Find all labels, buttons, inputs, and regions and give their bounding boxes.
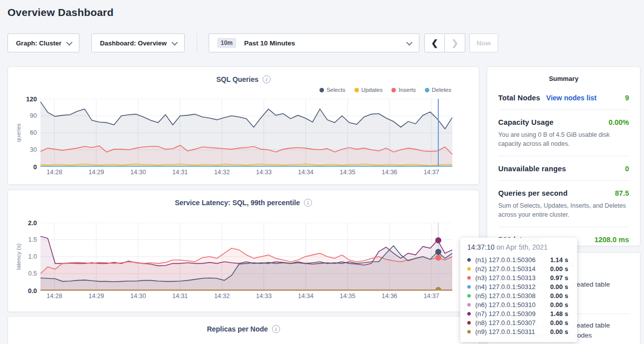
summary-panel: Summary Total NodesView nodes list9Capac…	[487, 66, 641, 246]
tooltip-node-value: 0.00 s	[550, 283, 568, 291]
dashboard-dropdown[interactable]: Dashboard: Overview	[91, 33, 185, 52]
tooltip-rows: (n1) 127.0.0.1:503061.14 s(n2) 127.0.0.1…	[467, 255, 570, 336]
summary-row: Total NodesView nodes list9	[498, 85, 629, 110]
y-tick-label: 90	[8, 112, 37, 119]
y-tick-label: 30	[8, 146, 37, 153]
view-nodes-list-link[interactable]: View nodes list	[546, 94, 597, 102]
sql-queries-card: SQL Queriesi SelectsUpdatesInsertsDelete…	[7, 66, 479, 185]
legend-dot-icon	[425, 88, 429, 92]
chevron-down-icon	[66, 39, 73, 45]
replicas-per-node-title-text: Replicas per Node	[207, 325, 268, 333]
node-dot-icon	[467, 294, 471, 298]
legend-label: Selects	[326, 87, 345, 93]
node-dot-icon	[467, 258, 471, 262]
x-tick-label: 14:35	[340, 169, 355, 176]
x-tick-label: 14:37	[423, 169, 439, 176]
service-latency-card: Service Latency: SQL, 99th percentilei l…	[7, 190, 479, 312]
x-tick-label: 14:34	[298, 293, 314, 300]
time-range-badge: 10m	[217, 38, 236, 48]
y-tick-label: 60	[8, 129, 37, 136]
time-range-selector[interactable]: 10m Past 10 Minutes	[209, 33, 419, 52]
summary-row: Unavailable ranges0	[498, 156, 629, 181]
tooltip-node-value: 0.00 s	[550, 265, 568, 273]
y-axis: 2.01.51.00.50.0	[8, 223, 37, 291]
x-tick-label: 14:28	[46, 169, 62, 176]
node-dot-icon	[467, 303, 471, 307]
y-tick-label: 0	[8, 163, 37, 171]
x-tick-label: 14:29	[88, 169, 104, 176]
time-range-label: Past 10 Minutes	[244, 39, 406, 47]
x-tick-label: 14:30	[130, 169, 146, 176]
graph-dropdown[interactable]: Graph: Cluster	[7, 33, 79, 52]
y-tick-label: 0.5	[8, 270, 37, 277]
legend-item-inserts[interactable]: Inserts	[391, 87, 416, 93]
legend-dot-icon	[391, 88, 396, 92]
tooltip-node-label: (n9) 127.0.0.1:50311	[475, 328, 550, 336]
summary-label: Queries per second	[498, 189, 568, 197]
node-dot-icon	[467, 330, 471, 334]
toolbar-divider	[197, 33, 197, 53]
summary-label: Capacity Usage	[498, 118, 554, 126]
info-icon[interactable]: i	[263, 75, 271, 83]
x-tick-label: 14:32	[214, 169, 230, 176]
tooltip-timestamp: 14:37:10 on Apr 5th, 2021	[467, 243, 570, 251]
dashboard-dropdown-label: Dashboard: Overview	[100, 39, 167, 47]
legend-dot-icon	[320, 88, 324, 92]
graph-dropdown-label: Graph: Cluster	[16, 39, 61, 47]
y-tick-label: 120	[8, 95, 37, 103]
chevron-down-icon	[171, 39, 178, 45]
node-dot-icon	[467, 276, 471, 280]
tooltip-node-value: 0.00 s	[550, 292, 568, 300]
summary-value: 9	[625, 94, 629, 102]
node-dot-icon	[467, 321, 471, 325]
x-tick-label: 14:33	[256, 169, 272, 176]
legend-item-selects[interactable]: Selects	[320, 87, 345, 93]
summary-value: 1208.0 ms	[595, 236, 629, 244]
summary-value: 87.5	[615, 189, 629, 197]
x-tick-label: 14:33	[256, 293, 272, 300]
info-icon[interactable]: i	[304, 199, 312, 207]
time-next-button[interactable]: ❯	[445, 33, 465, 52]
time-prev-button[interactable]: ❮	[424, 33, 445, 52]
sql-queries-plot[interactable]	[40, 99, 452, 167]
summary-label: Unavailable ranges	[498, 165, 566, 173]
tooltip-row: (n2) 127.0.0.1:503140.00 s	[467, 264, 570, 273]
legend-label: Updates	[361, 87, 383, 93]
summary-row: Queries per second87.5Sum of Selects, Up…	[498, 181, 629, 227]
x-tick-label: 14:37	[423, 293, 439, 300]
tooltip-node-value: 0.00 s	[550, 301, 568, 309]
summary-label: Total Nodes	[498, 94, 540, 102]
x-tick-label: 14:32	[214, 293, 230, 300]
service-latency-title: Service Latency: SQL, 99th percentilei	[8, 199, 479, 207]
tooltip-node-value: 1.48 s	[550, 310, 568, 318]
tooltip-node-label: (n2) 127.0.0.1:50314	[475, 265, 550, 273]
service-latency-title-text: Service Latency: SQL, 99th percentile	[175, 199, 300, 207]
x-tick-label: 14:36	[382, 293, 397, 300]
tooltip-node-label: (n8) 127.0.0.1:50307	[475, 319, 550, 327]
node-dot-icon	[467, 267, 471, 271]
x-tick-label: 14:29	[88, 293, 104, 300]
x-tick-label: 14:34	[298, 169, 314, 176]
tooltip-node-label: (n6) 127.0.0.1:50310	[475, 301, 550, 309]
time-now-button[interactable]: Now	[469, 33, 498, 52]
legend-item-updates[interactable]: Updates	[354, 87, 383, 93]
tooltip-node-value: 1.14 s	[550, 256, 568, 264]
info-icon[interactable]: i	[272, 325, 280, 333]
tooltip-node-value: 0.97 s	[550, 274, 568, 282]
sql-queries-title-text: SQL Queries	[216, 75, 259, 83]
tooltip-row: (n6) 127.0.0.1:503100.00 s	[467, 300, 570, 309]
tooltip-node-value: 0.00 s	[550, 319, 568, 327]
x-axis: 14:2814:2914:3014:3114:3214:3314:3414:35…	[40, 169, 452, 177]
tooltip-row: (n1) 127.0.0.1:503061.14 s	[467, 255, 570, 264]
service-latency-plot[interactable]	[40, 223, 452, 291]
x-tick-label: 14:28	[46, 293, 62, 300]
summary-value: 0	[625, 165, 629, 173]
tooltip-node-label: (n3) 127.0.0.1:50313	[475, 274, 550, 282]
x-axis: 14:2814:2914:3014:3114:3214:3314:3414:35…	[40, 293, 452, 301]
x-tick-label: 14:36	[382, 169, 397, 176]
x-tick-label: 14:31	[172, 169, 188, 176]
legend-item-deletes[interactable]: Deletes	[425, 87, 451, 93]
summary-value: 0.00%	[609, 118, 629, 126]
x-tick-label: 14:30	[130, 293, 146, 300]
summary-description: Sum of Selects, Updates, Inserts, and De…	[498, 201, 629, 219]
